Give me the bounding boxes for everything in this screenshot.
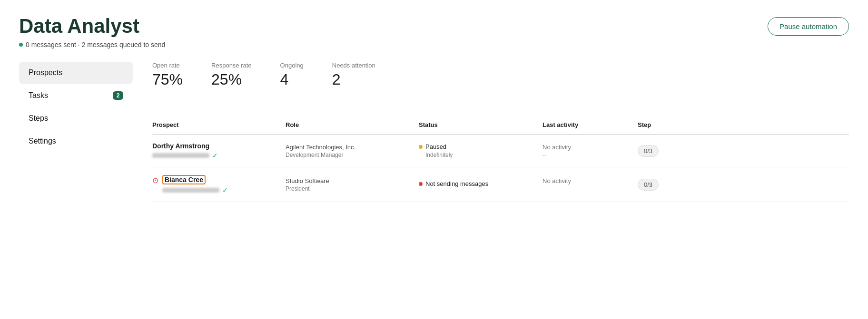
stat-value: 75% bbox=[152, 71, 183, 88]
stats-row: Open rate 75% Response rate 25% Ongoing … bbox=[152, 62, 849, 102]
stat-label: Needs attention bbox=[332, 62, 375, 69]
col-header-activity: Last activity bbox=[542, 121, 638, 128]
main-content: Open rate 75% Response rate 25% Ongoing … bbox=[133, 62, 849, 202]
status-indicator-dot bbox=[19, 43, 23, 47]
stat-label: Ongoing bbox=[280, 62, 304, 69]
sidebar-item-label: Prospects bbox=[29, 68, 62, 77]
email-blur bbox=[152, 153, 209, 158]
col-header-status: Status bbox=[419, 121, 542, 128]
role-cell: Agilent Technologies, Inc. Development M… bbox=[286, 144, 419, 158]
status-text: Not sending messages bbox=[425, 180, 488, 187]
prospect-col: Dorthy Armstrong ✓ bbox=[152, 142, 286, 159]
sidebar-item-label: Tasks bbox=[29, 91, 48, 100]
prospect-col: ⊙ Bianca Cree ✓ bbox=[152, 175, 286, 194]
sidebar-item-label: Steps bbox=[29, 114, 48, 123]
table-row[interactable]: ⊙ Bianca Cree ✓ Studio Software Presiden… bbox=[152, 167, 849, 202]
col-header-prospect: Prospect bbox=[152, 121, 286, 128]
stat-label: Open rate bbox=[152, 62, 183, 69]
sidebar-item-prospects[interactable]: Prospects bbox=[19, 62, 133, 84]
role-cell: Studio Software President bbox=[286, 177, 419, 192]
prospect-name-highlighted: Bianca Cree bbox=[162, 175, 206, 184]
stat-label: Response rate bbox=[211, 62, 252, 69]
status-row: Not sending messages bbox=[419, 180, 542, 187]
step-cell: 0/3 bbox=[638, 145, 685, 157]
role-company: Agilent Technologies, Inc. bbox=[286, 144, 419, 151]
activity-cell: No activity -- bbox=[542, 144, 638, 158]
status-text: Paused bbox=[425, 143, 446, 150]
role-company: Studio Software bbox=[286, 177, 419, 184]
role-title: Development Manager bbox=[286, 152, 419, 158]
check-icon: ✓ bbox=[212, 152, 218, 159]
stat-value: 2 bbox=[332, 71, 375, 88]
status-cell: Not sending messages bbox=[419, 180, 542, 189]
col-header-step: Step bbox=[638, 121, 685, 128]
stat-ongoing: Ongoing 4 bbox=[280, 62, 304, 88]
prospect-info: Dorthy Armstrong ✓ bbox=[152, 142, 218, 159]
sidebar-item-settings[interactable]: Settings bbox=[19, 130, 133, 152]
sidebar-item-steps[interactable]: Steps bbox=[19, 107, 133, 129]
prospect-email: ✓ bbox=[162, 186, 228, 194]
status-dot-yellow bbox=[419, 145, 423, 149]
step-badge: 0/3 bbox=[638, 179, 659, 191]
activity-text: No activity bbox=[542, 177, 638, 184]
status-row: Paused bbox=[419, 143, 542, 150]
prospect-name: Dorthy Armstrong bbox=[152, 142, 218, 150]
table-row[interactable]: Dorthy Armstrong ✓ Agilent Technologies,… bbox=[152, 135, 849, 167]
email-blur bbox=[162, 188, 219, 193]
activity-sub: -- bbox=[542, 185, 638, 192]
page-title: Data Analyst bbox=[19, 15, 139, 37]
stat-open-rate: Open rate 75% bbox=[152, 62, 183, 88]
status-cell: Paused Indefinitely bbox=[419, 143, 542, 158]
activity-cell: No activity -- bbox=[542, 177, 638, 192]
stat-response-rate: Response rate 25% bbox=[211, 62, 252, 88]
tasks-badge: 2 bbox=[113, 91, 123, 100]
step-cell: 0/3 bbox=[638, 179, 685, 191]
prospect-email: ✓ bbox=[152, 152, 218, 159]
status-dot-red bbox=[419, 182, 423, 186]
stat-value: 4 bbox=[280, 71, 304, 88]
prospect-name-wrapper: Bianca Cree bbox=[162, 175, 228, 184]
check-icon: ✓ bbox=[222, 186, 228, 194]
sidebar-item-tasks[interactable]: Tasks 2 bbox=[19, 85, 133, 106]
warning-icon: ⊙ bbox=[152, 176, 158, 185]
stat-value: 25% bbox=[211, 71, 252, 88]
col-header-role: Role bbox=[286, 121, 419, 128]
subtitle-text: 0 messages sent · 2 messages queued to s… bbox=[26, 41, 165, 48]
status-sub: Indefinitely bbox=[419, 152, 542, 158]
sidebar-item-label: Settings bbox=[29, 137, 56, 145]
step-badge: 0/3 bbox=[638, 145, 659, 157]
activity-sub: -- bbox=[542, 152, 638, 158]
pause-automation-button[interactable]: Pause automation bbox=[768, 17, 849, 36]
stat-needs-attention: Needs attention 2 bbox=[332, 62, 375, 88]
table-header: Prospect Role Status Last activity Step bbox=[152, 117, 849, 135]
prospect-info: Bianca Cree ✓ bbox=[162, 175, 228, 194]
subtitle: 0 messages sent · 2 messages queued to s… bbox=[19, 41, 849, 48]
activity-text: No activity bbox=[542, 144, 638, 151]
sidebar: Prospects Tasks 2 Steps Settings bbox=[19, 62, 133, 202]
role-title: President bbox=[286, 185, 419, 192]
